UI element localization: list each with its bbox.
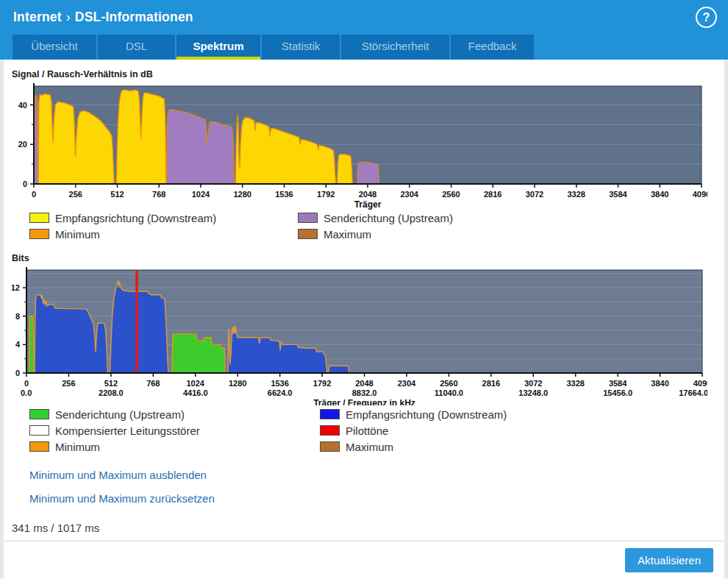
tab-uebersicht[interactable]: Übersicht [13, 35, 96, 60]
svg-text:0: 0 [23, 180, 27, 188]
breadcrumb-section[interactable]: Internet [13, 10, 62, 24]
legend-item: Empfangsrichtung (Downstream) [320, 406, 507, 422]
footer-bar: Aktualisieren [4, 541, 724, 579]
legend-item: Minimum [29, 438, 320, 455]
svg-text:256: 256 [69, 190, 82, 199]
svg-text:15456.0: 15456.0 [603, 388, 632, 397]
breadcrumb-page: DSL-Informationen [75, 10, 193, 24]
pilot-tones-swatch [320, 425, 340, 436]
svg-text:3840: 3840 [651, 190, 668, 199]
legend-item: Senderichtung (Upstream) [29, 406, 320, 422]
compensated-disturber-swatch [29, 425, 49, 436]
svg-text:1792: 1792 [313, 379, 331, 388]
svg-text:6624.0: 6624.0 [268, 388, 293, 397]
downstream-bits-swatch [320, 409, 340, 419]
minimum-swatch [29, 229, 49, 239]
svg-text:12: 12 [12, 283, 20, 292]
bits-chart-title: Bits [12, 253, 29, 263]
legend-item: Pilottöne [320, 422, 507, 438]
svg-text:3584: 3584 [609, 190, 627, 199]
snr-chart-title: Signal / Rausch-Verhältnis in dB [12, 69, 153, 79]
tab-statistik[interactable]: Statistik [262, 35, 340, 60]
breadcrumb-separator-icon: › [66, 10, 71, 24]
svg-text:2560: 2560 [440, 379, 457, 388]
svg-text:2816: 2816 [482, 379, 500, 388]
svg-text:512: 512 [104, 379, 118, 388]
maximum-swatch [298, 229, 318, 239]
maximum-swatch [320, 441, 340, 452]
svg-text:3840: 3840 [651, 379, 668, 388]
svg-text:4416.0: 4416.0 [183, 388, 208, 397]
fritzbox-dsl-spectrum-page: Internet›DSL-Informationen ? Übersicht D… [0, 0, 728, 579]
hide-min-max-link[interactable]: Minimum und Maximum ausblenden [29, 469, 207, 481]
svg-text:8832.0: 8832.0 [352, 388, 377, 397]
svg-text:3328: 3328 [566, 379, 584, 388]
svg-text:768: 768 [152, 190, 165, 199]
upstream-bits-swatch [29, 409, 49, 419]
legend-item: Senderichtung (Upstream) [298, 210, 453, 226]
reset-min-max-link[interactable]: Minimum und Maximum zurücksetzen [29, 492, 215, 505]
svg-text:2048: 2048 [359, 190, 377, 199]
svg-text:1024: 1024 [187, 379, 205, 388]
svg-text:8: 8 [15, 312, 20, 321]
tab-spektrum[interactable]: Spektrum [176, 35, 260, 60]
upstream-swatch [298, 213, 318, 223]
svg-text:3072: 3072 [526, 190, 543, 199]
svg-text:0: 0 [32, 190, 36, 199]
svg-text:2048: 2048 [355, 379, 373, 388]
legend-item: Maximum [298, 226, 453, 242]
tab-feedback[interactable]: Feedback [451, 35, 534, 60]
svg-text:2304: 2304 [398, 379, 416, 388]
svg-text:3072: 3072 [524, 379, 542, 388]
svg-text:3584: 3584 [609, 379, 627, 388]
snr-chart-legend: Empfangsrichtung (Downstream) Sendericht… [29, 210, 453, 242]
svg-text:40: 40 [18, 101, 27, 110]
content-area: Signal / Rausch-Verhältnis in dB 0256512… [4, 60, 724, 579]
svg-text:4096: 4096 [693, 190, 707, 199]
svg-text:0: 0 [24, 379, 29, 388]
breadcrumb: Internet›DSL-Informationen [13, 10, 193, 25]
legend-item: Kompensierter Leitungsstörer [29, 422, 320, 438]
legend-item: Maximum [320, 438, 507, 455]
snr-chart: 0256512768102412801536179220482304256028… [12, 81, 707, 210]
bits-chart-legend: Senderichtung (Upstream) Empfangsrichtun… [29, 406, 507, 455]
svg-text:2208.0: 2208.0 [99, 388, 124, 397]
help-icon[interactable]: ? [696, 7, 717, 28]
svg-text:3328: 3328 [568, 190, 585, 199]
latency-status-text: 341 ms / 1017 ms [12, 522, 99, 534]
refresh-button[interactable]: Aktualisieren [625, 548, 713, 572]
svg-text:512: 512 [110, 190, 124, 199]
tab-stoersicherheit[interactable]: Störsicherheit [341, 35, 449, 60]
svg-text:4: 4 [15, 340, 21, 349]
svg-text:Träger: Träger [354, 199, 382, 210]
svg-text:1280: 1280 [234, 190, 251, 199]
svg-text:0.0: 0.0 [21, 388, 32, 397]
svg-text:1536: 1536 [275, 190, 293, 199]
svg-text:0: 0 [15, 369, 20, 377]
svg-text:2304: 2304 [401, 190, 419, 199]
svg-text:1792: 1792 [317, 190, 335, 199]
svg-text:4096: 4096 [693, 379, 707, 388]
legend-item: Minimum [29, 226, 298, 242]
svg-text:11040.0: 11040.0 [435, 388, 463, 397]
svg-text:17664.0: 17664.0 [679, 388, 707, 397]
tab-dsl[interactable]: DSL [98, 35, 175, 60]
svg-text:256: 256 [62, 379, 75, 388]
tab-bar: Übersicht DSL Spektrum Statistik Störsic… [13, 35, 534, 60]
svg-text:13248.0: 13248.0 [518, 388, 548, 397]
svg-text:1280: 1280 [229, 379, 246, 388]
downstream-swatch [29, 213, 49, 223]
minimum-swatch [29, 441, 49, 452]
svg-text:1536: 1536 [271, 379, 288, 388]
bits-chart: 0256512768102412801536179220482304256028… [12, 264, 707, 405]
legend-item: Empfangsrichtung (Downstream) [29, 210, 298, 226]
svg-text:2560: 2560 [442, 190, 460, 199]
svg-text:Träger / Frequenz in kHz: Träger / Frequenz in kHz [313, 398, 415, 405]
svg-text:768: 768 [146, 379, 160, 388]
svg-text:2816: 2816 [484, 190, 502, 199]
page-header: Internet›DSL-Informationen ? Übersicht D… [0, 0, 728, 60]
svg-text:1024: 1024 [192, 190, 210, 199]
svg-text:20: 20 [18, 140, 27, 149]
